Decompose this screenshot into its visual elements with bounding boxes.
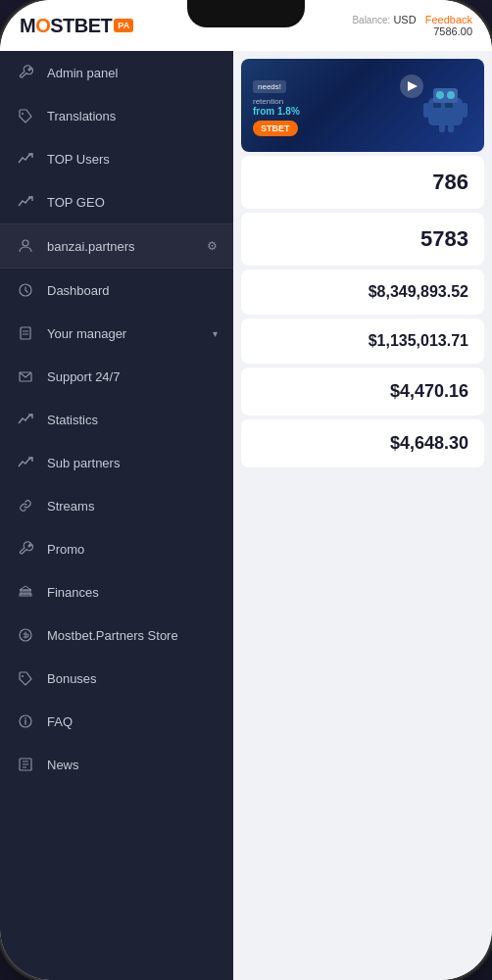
logo-text: MOSTBET [20,15,112,37]
balance-currency: USD [393,14,416,25]
gear-icon[interactable]: ⚙ [207,239,218,253]
circle-dollar-icon [16,625,35,645]
sidebar-label-finances: Finances [47,585,218,600]
banner-right [394,69,472,142]
user-icon [16,236,35,256]
sidebar-item-your-manager[interactable]: Your manager ▾ [0,312,233,355]
sidebar-item-dashboard[interactable]: Dashboard [0,269,233,312]
svg-marker-11 [20,586,31,590]
stat-card-1: 5783 [241,213,484,266]
sidebar-item-translations[interactable]: Translations [0,94,233,137]
svg-rect-28 [448,122,454,132]
sidebar-label-user-account: banzai.partners [47,239,203,254]
svg-rect-30 [462,103,467,118]
svg-rect-3 [21,327,30,339]
stat-card-4: $4,470.16 [241,368,484,416]
sidebar-label-faq: FAQ [47,714,218,729]
svg-point-1 [23,240,28,246]
sidebar-label-sub-partners: Sub partners [47,456,218,470]
wrench-icon-promo [16,539,35,559]
chart-up-icon-top-users [16,149,35,169]
svg-rect-8 [21,590,23,594]
sidebar-item-sub-partners[interactable]: Sub partners [0,441,233,484]
phone-frame: MOSTBET PA Balance: USD Feedback 7586.00 [0,0,492,980]
mail-icon [16,367,35,386]
chevron-down-icon: ▾ [213,328,218,339]
svg-point-16 [25,717,26,719]
info-icon [16,711,35,731]
sidebar-item-faq[interactable]: FAQ [0,700,233,743]
sidebar-item-top-users[interactable]: TOP Users [0,137,233,180]
svg-rect-29 [423,103,429,118]
banner-left: needs! retention from 1.8% STBET [253,75,394,136]
banner-inner: needs! retention from 1.8% STBET [241,59,484,152]
feedback-link[interactable]: Feedback [425,14,472,25]
stat-card-5: $4,648.30 [241,419,484,467]
stat-value-0: 786 [432,170,468,195]
chart-up-icon-top-geo [16,192,35,212]
svg-rect-9 [25,590,26,594]
wrench-icon [16,63,35,82]
news-icon [16,755,35,774]
sidebar-item-top-geo[interactable]: TOP GEO [0,180,233,223]
sidebar-label-streams: Streams [47,499,218,514]
tag-icon-bonuses [16,668,35,688]
sidebar-item-bonuses[interactable]: Bonuses [0,657,233,700]
sidebar-item-user-account[interactable]: banzai.partners ⚙ [0,223,233,269]
sidebar: Admin panel Translations [0,51,233,980]
sidebar-label-bonuses: Bonuses [47,671,218,686]
logo-badge: PA [114,19,133,32]
stat-value-3: $1,135,013.71 [369,332,468,350]
svg-rect-27 [439,122,445,132]
stat-value-4: $4,470.16 [390,381,468,402]
svg-rect-10 [28,590,30,594]
stat-card-2: $8,349,893.52 [241,270,484,315]
stat-value-2: $8,349,893.52 [369,283,468,301]
sidebar-item-streams[interactable]: Streams [0,484,233,527]
chart-up-icon-sub-partners [16,453,35,472]
phone-screen: MOSTBET PA Balance: USD Feedback 7586.00 [0,0,492,980]
chart-up-icon-statistics [16,410,35,429]
stat-value-1: 5783 [420,226,468,252]
svg-rect-26 [445,103,453,108]
banner-chip: STBET [253,121,298,136]
status-bar: MOSTBET PA Balance: USD Feedback 7586.00 [0,0,492,51]
sidebar-item-promo[interactable]: Promo [0,527,233,570]
content-area: needs! retention from 1.8% STBET [233,51,492,980]
sidebar-item-store[interactable]: Mostbet.Partners Store [0,613,233,657]
svg-rect-25 [433,103,441,108]
logo-area: MOSTBET PA [20,15,133,37]
tag-icon [16,106,35,125]
balance-amount: 7586.00 [352,25,472,37]
sidebar-label-admin-panel: Admin panel [47,66,218,80]
clock-icon [16,280,35,300]
sidebar-item-support[interactable]: Support 24/7 [0,355,233,398]
stat-card-0: 786 [241,156,484,209]
sidebar-item-news[interactable]: News [0,743,233,786]
sidebar-label-top-users: TOP Users [47,152,218,167]
sidebar-label-top-geo: TOP GEO [47,195,218,210]
doc-icon [16,323,35,343]
sidebar-label-news: News [47,758,218,772]
balance-row: Balance: USD Feedback [352,14,472,25]
sidebar-label-translations: Translations [47,109,218,123]
main-container: Admin panel Translations [0,51,492,980]
bank-icon [16,582,35,602]
banner-highlight: from 1.8% [253,106,300,117]
sidebar-item-statistics[interactable]: Statistics [0,398,233,441]
notch [187,0,305,27]
sidebar-item-admin-panel[interactable]: Admin panel [0,51,233,94]
link-icon [16,496,35,515]
banner-tag: needs! [253,80,286,93]
banner-sub-text: retention from 1.8% [253,97,394,117]
sidebar-label-statistics: Statistics [47,413,218,427]
sidebar-label-your-manager: Your manager [47,326,213,341]
svg-point-0 [22,113,24,115]
balance-label: Balance: [352,15,390,25]
sidebar-item-finances[interactable]: Finances [0,570,233,613]
stat-value-5: $4,648.30 [390,433,468,454]
header-right: Balance: USD Feedback 7586.00 [352,14,472,37]
sidebar-label-store: Mostbet.Partners Store [47,628,218,643]
sidebar-label-promo: Promo [47,542,218,557]
banner-card[interactable]: needs! retention from 1.8% STBET [241,59,484,152]
